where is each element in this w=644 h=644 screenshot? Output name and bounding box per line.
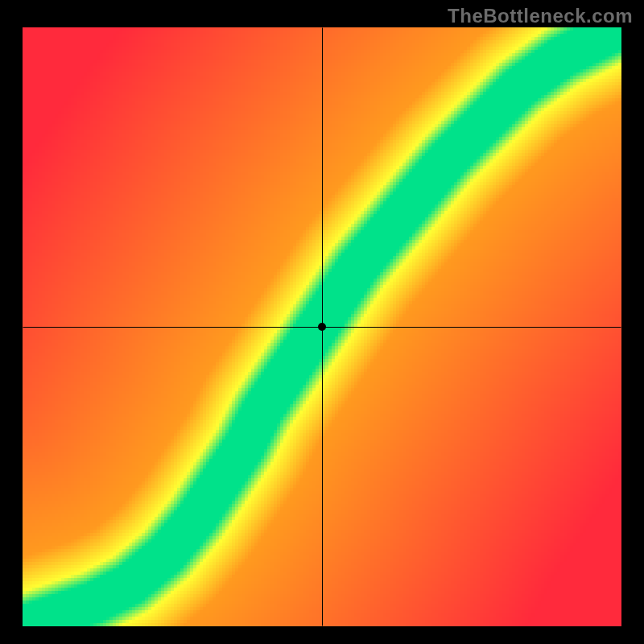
heatmap-plot (23, 27, 621, 626)
watermark-text: TheBottleneck.com (448, 5, 633, 27)
chart-frame: TheBottleneck.com (0, 0, 644, 644)
